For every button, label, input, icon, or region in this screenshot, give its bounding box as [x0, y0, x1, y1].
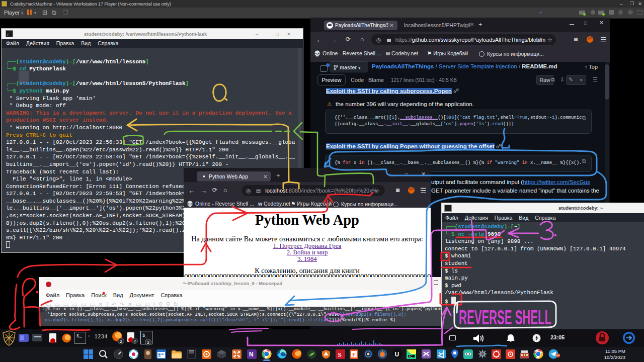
svg-text:U: U	[395, 351, 399, 358]
svg-text:F: F	[352, 351, 356, 357]
svg-text:PC: PC	[409, 355, 413, 358]
svg-text:S: S	[338, 351, 342, 358]
svg-text:N: N	[249, 351, 254, 358]
